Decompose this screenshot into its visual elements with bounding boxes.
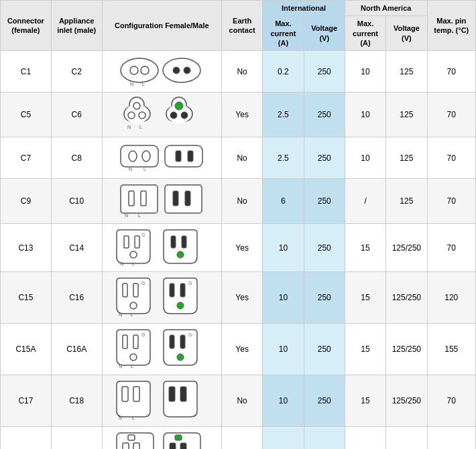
svg-point-23 [175, 102, 183, 110]
config-cell: N L [102, 51, 221, 92]
na-max-cell: 15 [345, 224, 385, 272]
na-v-cell: 125 [386, 179, 427, 224]
connector-cell: C9 [1, 179, 52, 224]
na-v-cell: 125 [386, 51, 427, 92]
svg-point-21 [170, 112, 177, 119]
svg-rect-56 [180, 283, 185, 297]
earth-cell: No [221, 51, 262, 92]
svg-text:N: N [119, 312, 122, 317]
table-row: C19 C20 N L N L Yes 16 250 20 125/250 70 [1, 427, 476, 449]
svg-text:G: G [141, 233, 145, 237]
svg-rect-73 [169, 387, 175, 401]
earth-cell: Yes [221, 427, 262, 449]
config-cell: N L [102, 92, 221, 137]
svg-rect-78 [128, 435, 135, 440]
config-cell: N L G [102, 224, 221, 272]
svg-rect-39 [185, 191, 190, 206]
na-max-cell: 15 [345, 375, 385, 427]
svg-rect-74 [180, 387, 186, 401]
table-row: C5 C6 N L Yes 2.5 250 10 125 70 [1, 92, 476, 137]
svg-point-57 [177, 302, 184, 309]
svg-rect-41 [135, 236, 139, 248]
config-cell: N L [102, 375, 221, 427]
earth-cell: No [221, 179, 262, 224]
svg-rect-37 [165, 185, 202, 213]
svg-rect-55 [170, 283, 174, 297]
svg-rect-32 [121, 185, 158, 213]
na-max-cell: 15 [345, 272, 385, 324]
svg-rect-46 [171, 236, 176, 248]
na-v-cell: 125/250 [386, 324, 427, 375]
intl-max-cell: 10 [263, 272, 304, 324]
intl-v-cell: 250 [304, 427, 345, 449]
appliance-cell: C16 [51, 272, 102, 324]
intl-max-cell: 0.2 [263, 51, 304, 92]
config-cell: N L [102, 179, 221, 224]
appliance-cell: C2 [51, 51, 102, 92]
svg-point-48 [177, 251, 184, 258]
earth-cell: Yes [221, 272, 262, 324]
svg-text:N: N [120, 261, 123, 266]
header-intl-v: Voltage (V) [304, 16, 345, 51]
appliance-cell: C20 [51, 427, 102, 449]
max-pin-cell: 70 [427, 375, 475, 427]
svg-rect-49 [123, 283, 127, 297]
table-row: C9 C10 N L No 6 250 / 125 70 [1, 179, 476, 224]
earth-cell: Yes [221, 92, 262, 137]
svg-text:L: L [138, 213, 141, 218]
intl-v-cell: 250 [304, 375, 345, 427]
max-pin-cell: 155 [427, 324, 475, 375]
appliance-cell: C6 [51, 92, 102, 137]
connector-cell: C17 [1, 375, 52, 427]
svg-rect-77 [133, 443, 139, 449]
config-cell: N L G G [102, 324, 221, 375]
svg-rect-24 [121, 145, 158, 167]
max-pin-cell: 70 [427, 179, 475, 224]
na-v-cell: 125/250 [386, 375, 427, 427]
config-cell: N L N L [102, 427, 221, 449]
header-na-v: Voltage (V) [386, 16, 427, 51]
svg-rect-66 [180, 335, 185, 348]
config-cell: N L G G [102, 272, 221, 324]
svg-point-26 [142, 151, 150, 162]
intl-max-cell: 2.5 [263, 137, 304, 179]
header-connector: Connector (female) [1, 1, 52, 51]
svg-point-14 [133, 103, 140, 109]
intl-max-cell: 10 [263, 224, 304, 272]
na-v-cell: 125 [386, 92, 427, 137]
intl-v-cell: 250 [304, 179, 345, 224]
table-row: C1 C2 N L No 0.2 250 10 125 70 [1, 51, 476, 92]
intl-max-cell: 16 [263, 427, 304, 449]
header-intl-max: Max. current (A) [263, 16, 304, 51]
svg-text:G: G [141, 281, 145, 285]
connector-cell: C7 [1, 137, 52, 179]
table-row: C15A C16A N L G G Yes 10 250 15 125/250 … [1, 324, 476, 375]
svg-text:L: L [132, 415, 135, 420]
connector-cell: C13 [1, 224, 52, 272]
appliance-cell: C18 [51, 375, 102, 427]
svg-point-6 [173, 67, 180, 74]
svg-text:N: N [119, 364, 122, 369]
appliance-cell: C10 [51, 179, 102, 224]
header-north-america: North America [345, 1, 427, 16]
svg-point-67 [177, 354, 184, 361]
na-max-cell: 10 [345, 137, 385, 179]
svg-point-12 [128, 112, 135, 119]
svg-rect-40 [124, 236, 129, 248]
na-max-cell: 10 [345, 51, 385, 92]
svg-rect-33 [129, 191, 134, 206]
intl-v-cell: 250 [304, 324, 345, 375]
svg-point-22 [181, 112, 188, 119]
intl-v-cell: 250 [304, 224, 345, 272]
max-pin-cell: 70 [427, 92, 475, 137]
svg-text:N: N [125, 213, 128, 218]
svg-text:L: L [139, 125, 142, 129]
svg-text:L: L [142, 82, 145, 86]
svg-text:G: G [188, 281, 192, 285]
svg-point-7 [184, 67, 190, 74]
table-row: C17 C18 N L No 10 250 15 125/250 70 [1, 375, 476, 427]
svg-text:N: N [127, 125, 131, 129]
intl-v-cell: 250 [304, 272, 345, 324]
earth-cell: Yes [221, 324, 262, 375]
config-cell: N L [102, 137, 221, 179]
